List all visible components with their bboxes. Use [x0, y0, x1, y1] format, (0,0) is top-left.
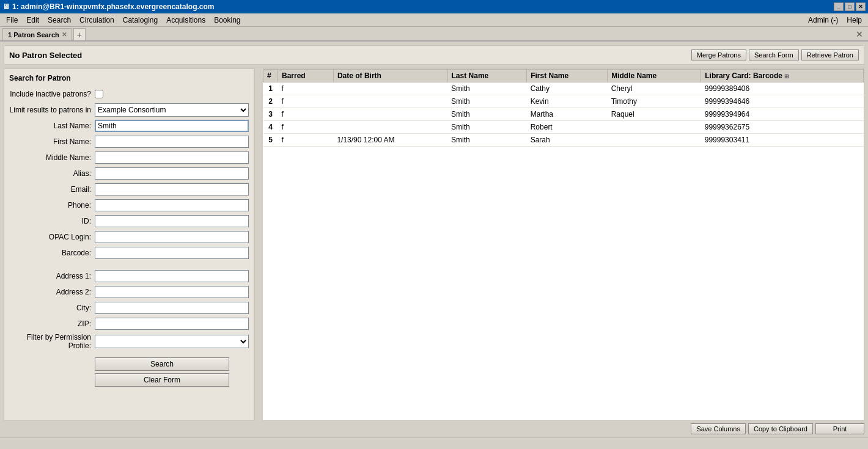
- city-input[interactable]: [95, 302, 249, 314]
- results-table: # Barred Date of Birth Last Name First N…: [263, 69, 864, 147]
- address1-row: Address 1:: [9, 269, 249, 283]
- address1-label: Address 1:: [9, 272, 95, 280]
- cell-first-name: Sarah: [527, 134, 608, 147]
- cell-library-card: 99999394646: [701, 95, 864, 108]
- cell-num: 1: [263, 82, 278, 95]
- cell-middle-name: Raquel: [608, 108, 701, 121]
- consortium-select[interactable]: Example Consortium: [95, 103, 249, 117]
- cell-barred: f: [278, 134, 334, 147]
- search-form-button[interactable]: Search Form: [749, 49, 799, 60]
- tab-bar: 1 Patron Search ✕ + ✕: [0, 27, 868, 42]
- minimize-button[interactable]: _: [834, 2, 844, 11]
- alias-label: Alias:: [9, 169, 95, 178]
- phone-row: Phone:: [9, 199, 249, 212]
- column-resize-icon[interactable]: ⊞: [784, 73, 789, 79]
- include-inactive-label: Include inactive patrons?: [9, 90, 95, 98]
- email-label: Email:: [9, 185, 95, 194]
- opac-login-input[interactable]: [95, 231, 249, 243]
- cell-num: 2: [263, 95, 278, 108]
- menu-acquisitions[interactable]: Acquisitions: [163, 15, 209, 26]
- middle-name-input[interactable]: [95, 151, 249, 164]
- menu-edit[interactable]: Edit: [23, 15, 43, 26]
- top-bar: No Patron Selected Merge Patrons Search …: [4, 45, 864, 65]
- menu-search[interactable]: Search: [44, 15, 75, 26]
- cell-first-name: Cathy: [527, 82, 608, 95]
- cell-dob: [333, 95, 447, 108]
- table-row[interactable]: 5 f 1/13/90 12:00 AM Smith Sarah 9999930…: [263, 134, 864, 147]
- title-bar: 🖥 1: admin@BR1-winxpvmfx.phasefx.evergre…: [0, 0, 868, 13]
- limit-results-label: Limit results to patrons in: [9, 106, 95, 114]
- tab-patron-search[interactable]: 1 Patron Search ✕: [2, 28, 72, 40]
- menu-admin[interactable]: Admin (-): [804, 15, 842, 26]
- table-row[interactable]: 3 f Smith Martha Raquel 99999394964: [263, 108, 864, 121]
- cell-last-name: Smith: [447, 108, 527, 121]
- copy-to-clipboard-button[interactable]: Copy to Clipboard: [748, 423, 813, 434]
- search-button[interactable]: Search: [95, 357, 229, 371]
- address2-input[interactable]: [95, 286, 249, 298]
- city-label: City:: [9, 304, 95, 312]
- cell-dob: [333, 121, 447, 134]
- tab-patron-search-label: 1 Patron Search: [8, 31, 59, 38]
- cell-last-name: Smith: [447, 95, 527, 108]
- table-container[interactable]: # Barred Date of Birth Last Name First N…: [263, 69, 864, 420]
- col-last-name: Last Name: [447, 70, 527, 82]
- cell-barred: f: [278, 95, 334, 108]
- clear-form-button[interactable]: Clear Form: [95, 373, 229, 387]
- cell-barred: f: [278, 108, 334, 121]
- last-name-row: Last Name:: [9, 119, 249, 133]
- first-name-row: First Name:: [9, 135, 249, 148]
- barcode-row: Barcode:: [9, 246, 249, 260]
- phone-input[interactable]: [95, 199, 249, 211]
- cell-first-name: Kevin: [527, 95, 608, 108]
- bottom-bar: Save Columns Copy to Clipboard Print: [4, 423, 864, 434]
- cell-library-card: 99999394964: [701, 108, 864, 121]
- menu-file[interactable]: File: [2, 15, 21, 26]
- title-bar-controls: _ □ ✕: [834, 2, 866, 11]
- maximize-button[interactable]: □: [845, 2, 855, 11]
- address2-label: Address 2:: [9, 288, 95, 296]
- merge-patrons-button[interactable]: Merge Patrons: [691, 49, 746, 60]
- save-columns-button[interactable]: Save Columns: [691, 423, 746, 434]
- close-button[interactable]: ✕: [856, 2, 866, 11]
- include-inactive-checkbox[interactable]: [95, 90, 103, 98]
- first-name-label: First Name:: [9, 137, 95, 146]
- address1-input[interactable]: [95, 270, 249, 282]
- zip-input[interactable]: [95, 318, 249, 330]
- permission-profile-select[interactable]: [95, 335, 249, 348]
- last-name-input[interactable]: [95, 120, 249, 132]
- table-row[interactable]: 1 f Smith Cathy Cheryl 99999389406: [263, 82, 864, 95]
- email-input[interactable]: [95, 183, 249, 195]
- id-row: ID:: [9, 214, 249, 228]
- last-name-label: Last Name:: [9, 122, 95, 130]
- barcode-input[interactable]: [95, 247, 249, 259]
- id-input[interactable]: [95, 215, 249, 227]
- menu-bar: File Edit Search Circulation Cataloging …: [0, 13, 868, 27]
- table-row[interactable]: 4 f Smith Robert 99999362675: [263, 121, 864, 134]
- alias-input[interactable]: [95, 167, 249, 180]
- cell-barred: f: [278, 121, 334, 134]
- menu-help[interactable]: Help: [843, 15, 866, 26]
- window-close-icon[interactable]: ✕: [853, 28, 866, 40]
- first-name-input[interactable]: [95, 136, 249, 148]
- cell-barred: f: [278, 82, 334, 95]
- zip-row: ZIP:: [9, 317, 249, 330]
- content-area: Search for Patron Include inactive patro…: [4, 68, 864, 421]
- print-button[interactable]: Print: [815, 423, 864, 434]
- menu-circulation[interactable]: Circulation: [76, 15, 118, 26]
- cell-dob: [333, 82, 447, 95]
- status-bar: [0, 437, 868, 449]
- table-row[interactable]: 2 f Smith Kevin Timothy 99999394646: [263, 95, 864, 108]
- cell-num: 4: [263, 121, 278, 134]
- retrieve-patron-button[interactable]: Retrieve Patron: [801, 49, 859, 60]
- search-panel-title: Search for Patron: [9, 74, 249, 82]
- menu-booking[interactable]: Booking: [210, 15, 244, 26]
- menu-cataloging[interactable]: Cataloging: [119, 15, 161, 26]
- cell-first-name: Robert: [527, 121, 608, 134]
- address2-row: Address 2:: [9, 285, 249, 299]
- cell-library-card: 99999362675: [701, 121, 864, 134]
- tab-close-icon[interactable]: ✕: [62, 31, 67, 38]
- cell-num: 5: [263, 134, 278, 147]
- tab-add-button[interactable]: +: [73, 28, 86, 40]
- cell-last-name: Smith: [447, 82, 527, 95]
- search-panel: Search for Patron Include inactive patro…: [4, 68, 254, 421]
